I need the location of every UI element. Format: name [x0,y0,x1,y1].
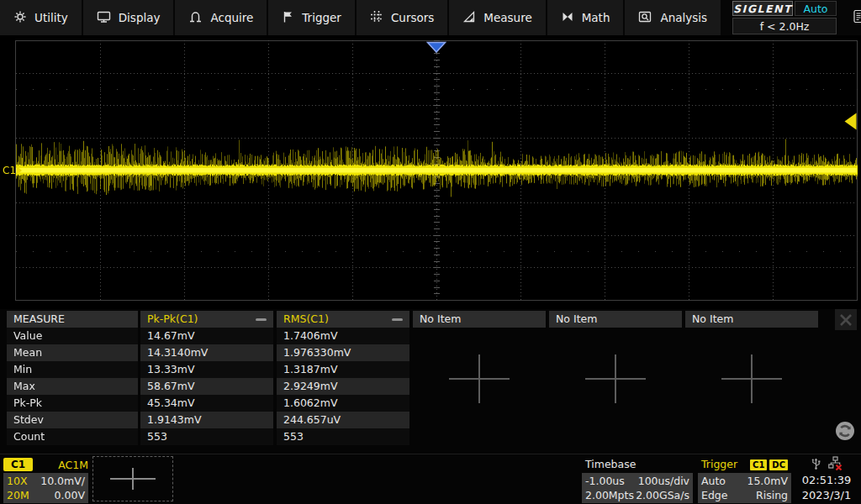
remove-measurement-icon[interactable] [256,318,267,321]
channel-badge[interactable]: C1 [3,458,33,471]
menu-trigger[interactable]: Trigger [268,0,357,35]
menu-label: Utility [34,11,68,24]
math-icon [561,10,574,26]
add-measurement-button[interactable] [721,354,782,403]
trigger-slope: Rising [756,488,788,502]
memory-depth: 2.00Mpts [585,488,634,502]
measure-title: MEASURE [7,311,138,328]
oscilloscope-screen: Utility Display Acquire Trigger Cursors … [0,0,861,504]
menu-label: Acquire [210,11,253,24]
acquire-icon [188,10,203,26]
bottom-status-bar: C1 AC1M 10X10.0mV/ 20M0.00V Timebase -1.… [0,454,861,504]
flag-icon [282,10,294,26]
trigger-level-marker[interactable] [844,113,857,130]
channel-coupling: AC1M [58,459,88,471]
channel-offset: 0.00V [55,488,85,502]
menu-label: Trigger [302,11,341,24]
system-status-panel: 02:51:39 2023/3/1 [795,456,858,503]
measure-column-empty-3[interactable]: No Item [685,311,818,328]
trigger-title: Trigger [701,456,737,473]
timebase-panel[interactable]: Timebase -1.00us100us/div 2.00Mpts2.00GS… [582,456,693,503]
menu-label: Display [119,11,161,24]
waveform-display[interactable]: C1 [0,35,861,309]
measure-column-empty-2[interactable]: No Item [549,311,682,328]
channel-1-panel[interactable]: C1 AC1M 10X10.0mV/ 20M0.00V [3,456,88,503]
usb-icon[interactable] [811,456,821,473]
measure-column-pkpk[interactable]: Pk-Pk(C1) [140,311,273,328]
measure-column-empty-1[interactable]: No Item [413,311,546,328]
acquisition-status[interactable]: Auto [795,1,837,16]
analysis-icon [638,10,652,26]
cursors-icon [370,10,383,26]
menu-acquire[interactable]: Acquire [175,0,268,35]
siglent-logo: SIGLENT [732,1,793,16]
trigger-source-badge: C1 [750,459,767,470]
gear-icon [13,10,27,26]
lan-disconnected-icon[interactable] [828,456,843,473]
gesture-rotate-button[interactable] [834,420,856,442]
close-measure-panel-button[interactable] [835,309,857,330]
system-time: 02:51:39 [795,473,858,488]
channel-zero-level-marker[interactable]: C1 [3,165,22,176]
trigger-panel[interactable]: Trigger C1 DC Auto15.0mV EdgeRising [698,456,791,503]
menu-utility[interactable]: Utility [0,0,83,35]
menu-label: Cursors [391,11,434,24]
remove-measurement-icon[interactable] [392,318,403,321]
waveform-canvas[interactable] [0,35,861,309]
timebase-title: Timebase [585,456,636,473]
system-date: 2023/3/1 [795,488,858,503]
menu-label: Math [582,11,610,24]
menu-math[interactable]: Math [547,0,626,35]
trigger-position-marker[interactable] [426,41,446,53]
add-channel-button[interactable] [92,456,173,501]
brand-block: SIGLENT Auto f < 2.0Hz [732,0,837,35]
measure-panel: MEASURE Pk-Pk(C1) RMS(C1) No Item No Ite… [0,309,861,452]
trigger-delay: -1.00us [585,474,625,488]
channel-marker-label: C1 [3,165,16,176]
add-measurement-button[interactable] [449,354,510,403]
trigger-frequency-readout: f < 2.0Hz [732,18,837,34]
menu-measure[interactable]: Measure [449,0,547,35]
channel-config-menu[interactable]: C1 [853,0,861,35]
volts-per-div: 10.0mV/ [40,474,85,488]
menu-analysis[interactable]: Analysis [625,0,722,35]
close-icon [839,313,853,327]
trigger-mode: Auto [701,474,726,488]
add-measurement-button[interactable] [585,354,646,403]
bandwidth-limit: 20M [7,488,29,502]
sample-rate: 2.00GSa/s [636,488,689,502]
menu-bar: Utility Display Acquire Trigger Cursors … [0,0,861,35]
trigger-coupling-badge: DC [769,459,788,470]
measure-column-rms[interactable]: RMS(C1) [277,311,409,328]
menu-label: Analysis [660,11,707,24]
time-per-div: 100us/div [638,474,689,488]
probe-attenuation: 10X [7,474,27,488]
trigger-type: Edge [701,488,727,502]
menu-label: Measure [483,11,531,24]
clipboard-icon [853,9,861,26]
menu-cursors[interactable]: Cursors [357,0,449,35]
display-icon [97,10,111,26]
measure-ruler-icon [462,10,476,26]
rotate-arrows-icon [834,420,856,442]
trigger-level: 15.0mV [747,474,788,488]
menu-display[interactable]: Display [83,0,176,35]
right-triangle-icon [17,166,22,175]
